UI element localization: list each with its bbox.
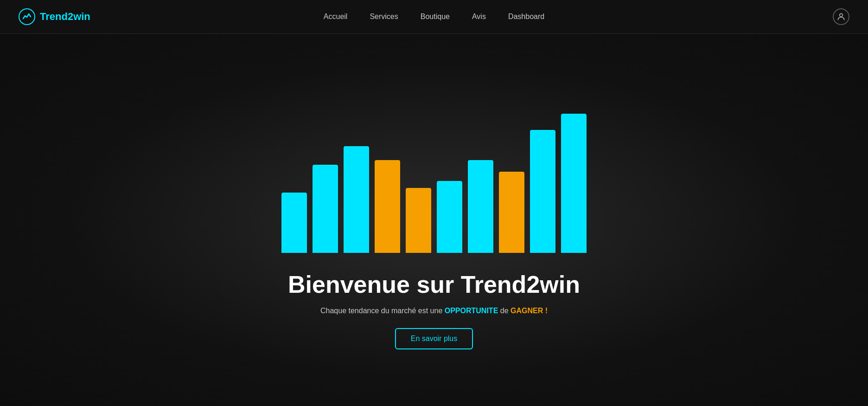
nav-services[interactable]: Services bbox=[370, 13, 398, 21]
bar-3 bbox=[344, 146, 369, 253]
bar-2 bbox=[313, 165, 338, 253]
bar-4 bbox=[375, 160, 400, 253]
nav-boutique[interactable]: Boutique bbox=[421, 13, 450, 21]
subtitle-before: Chaque tendance du marché est une bbox=[320, 307, 445, 315]
bar-1 bbox=[281, 193, 307, 253]
brand-logo-icon bbox=[19, 8, 35, 25]
navbar: Trend2win Accueil Services Boutique Avis… bbox=[0, 0, 868, 34]
nav-dashboard[interactable]: Dashboard bbox=[508, 13, 544, 21]
hero-title: Bienvenue sur Trend2win bbox=[288, 271, 580, 298]
hero-subtitle: Chaque tendance du marché est une OPPORT… bbox=[320, 307, 548, 315]
nav-avis[interactable]: Avis bbox=[472, 13, 486, 21]
user-icon bbox=[836, 12, 846, 21]
brand-name: Trend2win bbox=[40, 11, 90, 23]
bar-6 bbox=[437, 181, 462, 253]
nav-accueil[interactable]: Accueil bbox=[324, 13, 348, 21]
bar-10 bbox=[561, 114, 587, 253]
cta-button[interactable]: En savoir plus bbox=[395, 328, 473, 349]
main-nav: Accueil Services Boutique Avis Dashboard bbox=[324, 13, 544, 21]
brand-logo-link[interactable]: Trend2win bbox=[19, 8, 90, 25]
bar-7 bbox=[468, 160, 493, 253]
subtitle-middle: de bbox=[498, 307, 511, 315]
hero-section: Bienvenue sur Trend2win Chaque tendance … bbox=[0, 34, 868, 406]
bar-9 bbox=[530, 130, 555, 253]
svg-point-1 bbox=[840, 13, 843, 17]
user-menu[interactable] bbox=[833, 8, 849, 25]
bar-5 bbox=[406, 188, 431, 253]
subtitle-gagner: GAGNER ! bbox=[511, 307, 548, 315]
user-avatar-button[interactable] bbox=[833, 8, 849, 25]
bar-8 bbox=[499, 172, 524, 253]
subtitle-opportunite: OPPORTUNITE bbox=[445, 307, 498, 315]
bar-chart bbox=[281, 100, 587, 253]
